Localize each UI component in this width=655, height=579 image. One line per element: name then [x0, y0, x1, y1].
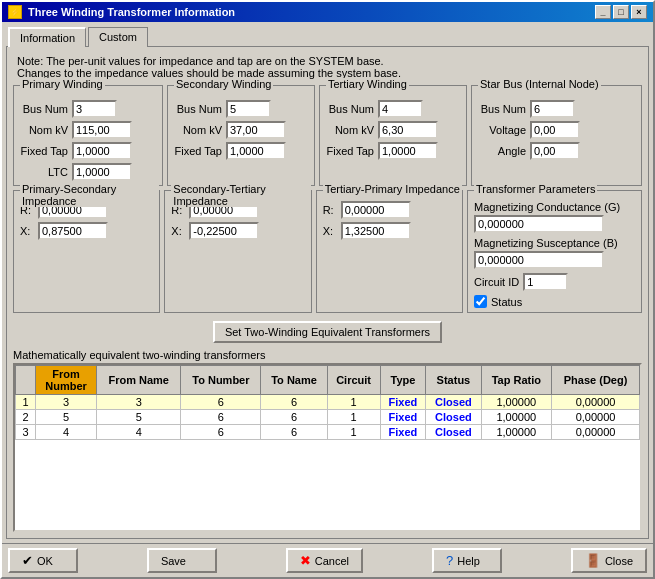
primary-ltc-row: LTC [20, 163, 156, 181]
cell-circuit: 1 [327, 410, 380, 425]
st-x-label: X: [171, 225, 185, 237]
maximize-button[interactable]: □ [613, 5, 629, 19]
impedance-row: Primary-Secondary Impedance R: X: Second… [13, 190, 642, 313]
status-checkbox[interactable] [474, 295, 487, 308]
tp-impedance-label: Tertiary-Primary Impedance [323, 183, 462, 195]
mag-conductance-input[interactable] [474, 215, 604, 233]
star-angle-input[interactable] [530, 142, 580, 160]
tertiary-winding-label: Tertiary Winding [326, 78, 409, 90]
secondary-bus-num-input[interactable] [226, 100, 271, 118]
st-x-input[interactable] [189, 222, 259, 240]
tab-custom[interactable]: Custom [88, 27, 148, 47]
star-voltage-input[interactable] [530, 121, 580, 139]
tab-bar: Information Custom [2, 22, 653, 46]
help-button[interactable]: ? Help [432, 548, 502, 573]
secondary-fixed-tap-input[interactable] [226, 142, 286, 160]
cell-to-num: 6 [181, 410, 261, 425]
tertiary-bus-num-input[interactable] [378, 100, 423, 118]
star-bus-num-input[interactable] [530, 100, 575, 118]
tp-x-label: X: [323, 225, 337, 237]
table-section: Mathematically equivalent two-winding tr… [13, 349, 642, 532]
primary-bus-num-label: Bus Num [20, 103, 68, 115]
tertiary-winding-inner: Bus Num Nom kV Fixed Tap [326, 96, 460, 160]
primary-nom-kv-input[interactable] [72, 121, 132, 139]
cell-type: Fixed [380, 425, 426, 440]
col-type: Type [380, 366, 426, 395]
tertiary-nom-kv-row: Nom kV [326, 121, 460, 139]
tp-r-label: R: [323, 204, 337, 216]
tp-r-row: R: [323, 201, 456, 219]
ok-icon: ✔ [22, 553, 33, 568]
mag-susceptance-input[interactable] [474, 251, 604, 269]
secondary-bus-num-label: Bus Num [174, 103, 222, 115]
star-bus-num-label: Bus Num [478, 103, 526, 115]
cancel-button[interactable]: ✖ Cancel [286, 548, 363, 573]
tertiary-fixed-tap-input[interactable] [378, 142, 438, 160]
tertiary-fixed-tap-row: Fixed Tap [326, 142, 460, 160]
col-to-number: To Number [181, 366, 261, 395]
title-bar-left: ⚡ Three Winding Transformer Information [8, 5, 235, 19]
circuit-id-row: Circuit ID [474, 273, 635, 291]
secondary-nom-kv-row: Nom kV [174, 121, 308, 139]
st-impedance-label: Secondary-Tertiary Impedance [171, 183, 310, 207]
star-bus-group: Star Bus (Internal Node) Bus Num Voltage… [471, 85, 642, 186]
tertiary-nom-kv-input[interactable] [378, 121, 438, 139]
tertiary-bus-num-label: Bus Num [326, 103, 374, 115]
cell-to-name: 6 [261, 410, 327, 425]
cell-from-name: 4 [97, 425, 181, 440]
cell-from-name: 3 [97, 395, 181, 410]
set-btn-row: Set Two-Winding Equivalent Transformers [13, 321, 642, 343]
cell-row-num: 2 [16, 410, 36, 425]
ps-x-row: X: [20, 222, 153, 240]
secondary-nom-kv-input[interactable] [226, 121, 286, 139]
cell-type: Fixed [380, 395, 426, 410]
close-button[interactable]: 🚪 Close [571, 548, 647, 573]
minimize-button[interactable]: _ [595, 5, 611, 19]
primary-nom-kv-label: Nom kV [20, 124, 68, 136]
tp-r-input[interactable] [341, 201, 411, 219]
star-voltage-label: Voltage [478, 124, 526, 136]
save-button[interactable]: Save [147, 548, 217, 573]
ok-button[interactable]: ✔ OK [8, 548, 78, 573]
ps-impedance-label: Primary-Secondary Impedance [20, 183, 159, 207]
cell-from-num: 4 [36, 425, 97, 440]
table-title: Mathematically equivalent two-winding tr… [13, 349, 642, 361]
transformer-params-label: Transformer Parameters [474, 183, 597, 195]
col-to-name: To Name [261, 366, 327, 395]
secondary-winding-inner: Bus Num Nom kV Fixed Tap [174, 96, 308, 160]
star-bus-label: Star Bus (Internal Node) [478, 78, 601, 90]
ps-x-label: X: [20, 225, 34, 237]
cell-tap-ratio: 1,00000 [481, 425, 552, 440]
window-close-button[interactable]: × [631, 5, 647, 19]
primary-fixed-tap-row: Fixed Tap [20, 142, 156, 160]
star-bus-inner: Bus Num Voltage Angle [478, 96, 635, 160]
primary-bus-num-input[interactable] [72, 100, 117, 118]
secondary-winding-group: Secondary Winding Bus Num Nom kV Fixed T… [167, 85, 315, 186]
circuit-id-input[interactable] [523, 273, 568, 291]
mag-conductance-label: Magnetizing Conductance (G) [474, 201, 635, 213]
tertiary-nom-kv-label: Nom kV [326, 124, 374, 136]
tertiary-bus-num-row: Bus Num [326, 100, 460, 118]
ps-x-input[interactable] [38, 222, 108, 240]
table-wrapper[interactable]: FromNumber From Name To Number To Name C… [13, 363, 642, 532]
table-header-row: FromNumber From Name To Number To Name C… [16, 366, 640, 395]
table-row: 2 5 5 6 6 1 Fixed Closed 1,00000 0,00000 [16, 410, 640, 425]
col-tap-ratio: Tap Ratio [481, 366, 552, 395]
cell-from-num: 5 [36, 410, 97, 425]
cell-type: Fixed [380, 410, 426, 425]
primary-fixed-tap-input[interactable] [72, 142, 132, 160]
cell-from-num: 3 [36, 395, 97, 410]
tp-impedance-group: Tertiary-Primary Impedance R: X: [316, 190, 463, 313]
window-title: Three Winding Transformer Information [28, 6, 235, 18]
winding-groups-row: Primary Winding Bus Num Nom kV Fixed Tap [13, 85, 642, 186]
star-angle-label: Angle [478, 145, 526, 157]
cell-circuit: 1 [327, 425, 380, 440]
primary-winding-label: Primary Winding [20, 78, 105, 90]
st-x-row: X: [171, 222, 304, 240]
set-two-winding-button[interactable]: Set Two-Winding Equivalent Transformers [213, 321, 442, 343]
main-window: ⚡ Three Winding Transformer Information … [0, 0, 655, 579]
tp-x-input[interactable] [341, 222, 411, 240]
tab-information[interactable]: Information [8, 27, 86, 47]
cell-row-num: 3 [16, 425, 36, 440]
primary-ltc-input[interactable] [72, 163, 132, 181]
